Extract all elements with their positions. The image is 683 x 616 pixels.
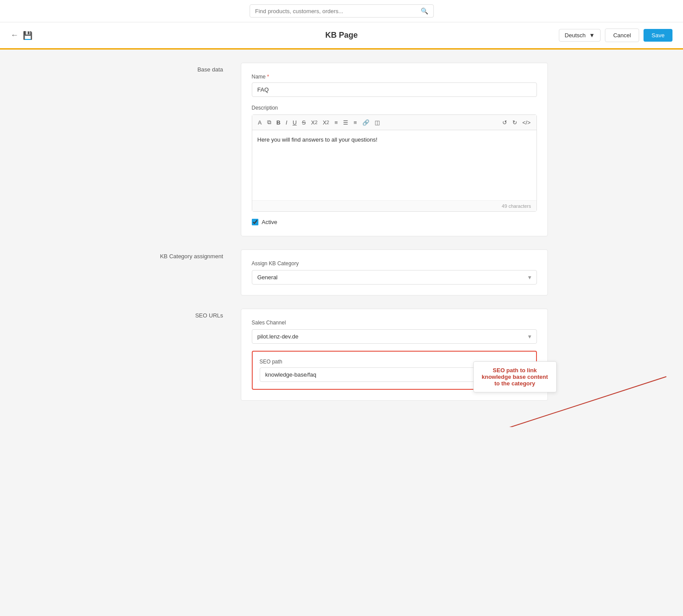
required-star: * [267,74,269,80]
toolbar-italic-button[interactable]: I [283,118,290,127]
active-label: Active [262,219,277,225]
save-draft-icon-button[interactable]: 💾 [23,31,32,40]
chevron-down-icon: ▼ [589,32,595,39]
toolbar-code-button[interactable]: </> [520,118,533,127]
seo-section-wrapper: SEO URLs Sales Channel pilot.lenz-dev.de… [136,309,548,401]
sales-channel-select[interactable]: pilot.lenz-dev.de [252,329,537,344]
seo-urls-label: SEO URLs [136,309,223,401]
assign-kb-category-label: Assign KB Category [252,260,537,267]
kb-category-section: KB Category assignment Assign KB Categor… [136,249,548,296]
header-nav: ← 💾 [11,31,32,40]
char-count: 49 characters [252,200,536,211]
toolbar-underline-button[interactable]: U [290,118,299,127]
toolbar-table-button[interactable]: ◫ [372,118,382,127]
toolbar-subscript-button[interactable]: X2 [321,118,332,127]
search-container: 🔍 [250,4,434,18]
toolbar-link-button[interactable]: 🔗 [360,118,372,127]
back-button[interactable]: ← [11,31,18,40]
base-data-card: Name * Description A ⧉ B I U S X2 [241,63,548,236]
description-content-area[interactable]: Here you will find answers to all your q… [252,130,536,200]
toolbar-undo-button[interactable]: ↺ [500,118,509,127]
name-input[interactable] [252,82,537,97]
language-label: Deutsch [565,32,586,39]
kb-category-card: Assign KB Category General ▼ [241,249,548,296]
toolbar-checklist-button[interactable]: ☰ [341,118,350,127]
sales-channel-label: Sales Channel [252,320,537,326]
annotation-text: SEO path to link knowledge base content … [482,367,548,387]
description-text: Here you will find answers to all your q… [257,136,378,143]
header-bar: ← 💾 KB Page Deutsch ▼ Cancel Save [0,22,683,50]
sales-channel-select-wrapper: pilot.lenz-dev.de ▼ [252,329,537,344]
toolbar-format-button[interactable]: ⧉ [265,118,273,127]
base-data-section: Base data Name * Description A ⧉ B [136,63,548,236]
base-data-label: Base data [136,63,223,236]
toolbar-right-actions: ↺ ↻ </> [500,118,533,127]
kb-category-select-wrapper: General ▼ [252,270,537,285]
annotation-box: SEO path to link knowledge base content … [473,361,557,392]
cancel-button[interactable]: Cancel [605,28,639,42]
name-label: Name * [252,74,537,80]
toolbar-strikethrough-button[interactable]: S [300,118,308,127]
rich-editor: A ⧉ B I U S X2 X2 ≡ ☰ ≡ 🔗 ◫ [252,114,537,212]
description-field-group: Description A ⧉ B I U S X2 X2 ≡ ☰ ≡ [252,105,537,212]
description-label: Description [252,105,537,111]
toolbar-list-button[interactable]: ≡ [332,118,340,127]
save-button[interactable]: Save [644,29,672,42]
search-input[interactable] [255,8,421,14]
language-selector[interactable]: Deutsch ▼ [559,29,601,42]
toolbar-redo-button[interactable]: ↻ [510,118,519,127]
toolbar-font-color-button[interactable]: A [256,118,264,127]
name-field-group: Name * [252,74,537,97]
toolbar-superscript-button[interactable]: X2 [309,118,320,127]
top-search-bar: 🔍 [0,0,683,22]
toolbar-bold-button[interactable]: B [274,118,282,127]
rich-toolbar: A ⧉ B I U S X2 X2 ≡ ☰ ≡ 🔗 ◫ [252,115,536,130]
header-actions: Deutsch ▼ Cancel Save [559,28,672,42]
search-icon: 🔍 [421,7,428,14]
kb-category-select[interactable]: General [252,270,537,285]
active-checkbox[interactable] [252,219,258,225]
toolbar-ordered-list-button[interactable]: ≡ [351,118,359,127]
kb-category-section-label: KB Category assignment [136,249,223,296]
page-title: KB Page [325,31,358,40]
main-content: Base data Name * Description A ⧉ B [100,50,583,427]
active-checkbox-row: Active [252,219,537,225]
